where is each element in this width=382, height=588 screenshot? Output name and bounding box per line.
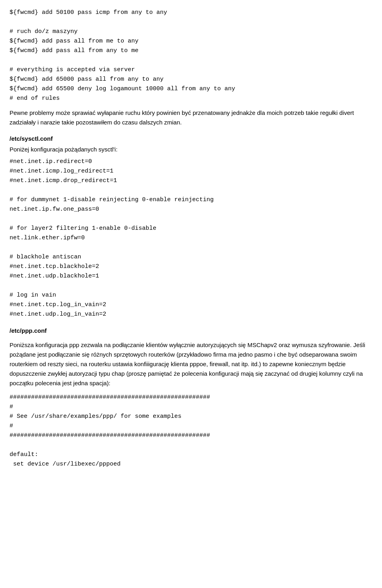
page-content: ${fwcmd} add 50100 pass icmp from any to… xyxy=(10,8,372,469)
code-block-ipfw: ${fwcmd} add 50100 pass icmp from any to… xyxy=(10,8,372,103)
sub-sysctl: Poniżej konfiguracja pożądanych sysctl'i… xyxy=(10,145,372,154)
heading-ppp: /etc/ppp.conf xyxy=(10,326,372,336)
code-block-sysctl: #net.inet.ip.redirect=0 #net.inet.icmp.l… xyxy=(10,157,372,319)
code-block-ppp: ########################################… xyxy=(10,393,372,469)
prose-divert: Pewne problemy może sprawiać wyłapanie r… xyxy=(10,108,372,127)
heading-sysctl: /etc/sysctl.conf xyxy=(10,134,372,144)
prose-ppp: Poniższa konfiguracja ppp zezwala na pod… xyxy=(10,340,372,388)
